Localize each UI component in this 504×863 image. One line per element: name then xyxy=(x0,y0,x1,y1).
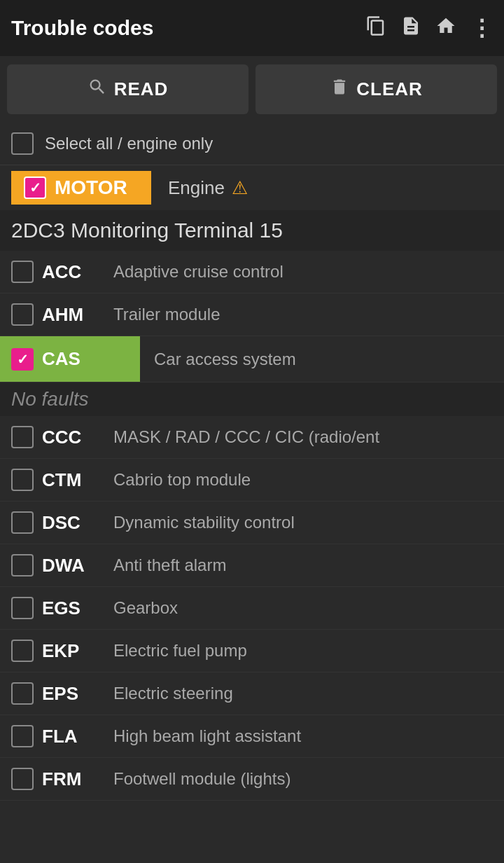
eps-description: Electric steering xyxy=(102,684,493,703)
copy-icon[interactable] xyxy=(365,15,386,41)
motor-module-header: MOTOR Engine ⚠ xyxy=(0,165,504,210)
dwa-checkbox[interactable] xyxy=(11,554,34,577)
acc-item[interactable]: ACC xyxy=(11,261,102,283)
list-item: CTM Cabrio top module xyxy=(0,459,504,502)
dsc-checkbox[interactable] xyxy=(11,511,34,534)
motor-desc-text: Engine xyxy=(168,177,225,199)
motor-checkbox[interactable] xyxy=(24,177,46,199)
read-button[interactable]: READ xyxy=(7,64,248,114)
eps-code: EPS xyxy=(42,683,78,705)
section-title: 2DC3 Monitoring Terminal 15 xyxy=(0,210,504,251)
cas-checkbox[interactable] xyxy=(11,348,34,371)
ekp-checkbox[interactable] xyxy=(11,640,34,662)
ctm-description: Cabrio top module xyxy=(102,470,493,490)
home-icon[interactable] xyxy=(435,15,456,41)
list-item: EKP Electric fuel pump xyxy=(0,630,504,672)
egs-checkbox[interactable] xyxy=(11,597,34,619)
acc-code: ACC xyxy=(42,261,81,283)
cas-code: CAS xyxy=(42,348,80,370)
fla-item[interactable]: FLA xyxy=(11,725,102,747)
list-item: EPS Electric steering xyxy=(0,672,504,715)
list-item: FRM Footwell module (lights) xyxy=(0,758,504,801)
eps-item[interactable]: EPS xyxy=(11,682,102,705)
motor-badge[interactable]: MOTOR xyxy=(11,171,151,205)
header-actions: ⋮ xyxy=(365,15,493,41)
motor-label: MOTOR xyxy=(55,177,127,199)
list-item: DWA Anti theft alarm xyxy=(0,544,504,587)
app-header: Trouble codes ⋮ xyxy=(0,0,504,56)
ahm-checkbox[interactable] xyxy=(11,303,34,326)
read-label: READ xyxy=(114,78,169,100)
dsc-code: DSC xyxy=(42,512,80,534)
cas-badge[interactable]: CAS xyxy=(0,336,140,382)
dwa-code: DWA xyxy=(42,555,85,577)
egs-code: EGS xyxy=(42,598,80,619)
ekp-item[interactable]: EKP xyxy=(11,640,102,662)
ctm-code: CTM xyxy=(42,469,81,491)
list-item: EGS Gearbox xyxy=(0,587,504,630)
ccc-code: CCC xyxy=(42,427,81,448)
select-all-checkbox[interactable] xyxy=(11,132,34,155)
no-faults-label: No faults xyxy=(0,382,504,416)
fla-code: FLA xyxy=(42,726,78,747)
ccc-description: MASK / RAD / CCC / CIC (radio/ent xyxy=(102,427,493,447)
delete-icon xyxy=(330,77,349,102)
dsc-description: Dynamic stability control xyxy=(102,513,493,532)
egs-item[interactable]: EGS xyxy=(11,597,102,619)
list-item: DSC Dynamic stability control xyxy=(0,502,504,544)
clear-button[interactable]: CLEAR xyxy=(255,64,497,114)
list-item: CCC MASK / RAD / CCC / CIC (radio/ent xyxy=(0,416,504,459)
list-item: AHM Trailer module xyxy=(0,294,504,336)
motor-description: Engine ⚠ xyxy=(151,177,248,199)
fla-description: High beam light assistant xyxy=(102,726,493,746)
search-icon xyxy=(88,77,107,102)
ahm-code: AHM xyxy=(42,304,83,326)
frm-item[interactable]: FRM xyxy=(11,768,102,790)
acc-checkbox[interactable] xyxy=(11,261,34,283)
fla-checkbox[interactable] xyxy=(11,725,34,747)
acc-description: Adaptive cruise control xyxy=(102,262,493,282)
ahm-description: Trailer module xyxy=(102,305,493,324)
dwa-item[interactable]: DWA xyxy=(11,554,102,577)
ctm-item[interactable]: CTM xyxy=(11,469,102,491)
eps-checkbox[interactable] xyxy=(11,682,34,705)
ccc-item[interactable]: CCC xyxy=(11,426,102,448)
dsc-item[interactable]: DSC xyxy=(11,511,102,534)
select-all-row[interactable]: Select all / engine only xyxy=(0,123,504,165)
cas-description: Car access system xyxy=(140,350,296,369)
toolbar: READ CLEAR xyxy=(0,56,504,123)
frm-checkbox[interactable] xyxy=(11,768,34,790)
select-all-label: Select all / engine only xyxy=(45,134,213,153)
ahm-item[interactable]: AHM xyxy=(11,303,102,326)
ctm-checkbox[interactable] xyxy=(11,469,34,491)
ekp-description: Electric fuel pump xyxy=(102,641,493,661)
cas-row: CAS Car access system xyxy=(0,336,504,382)
dwa-description: Anti theft alarm xyxy=(102,555,493,575)
more-options-icon[interactable]: ⋮ xyxy=(470,15,493,41)
file-icon[interactable] xyxy=(400,15,421,41)
frm-description: Footwell module (lights) xyxy=(102,769,493,789)
frm-code: FRM xyxy=(42,768,81,790)
egs-description: Gearbox xyxy=(102,598,493,618)
list-item: FLA High beam light assistant xyxy=(0,715,504,758)
warning-icon: ⚠ xyxy=(232,177,248,199)
ekp-code: EKP xyxy=(42,640,79,662)
page-title: Trouble codes xyxy=(11,16,365,40)
clear-label: CLEAR xyxy=(356,78,423,100)
list-item: ACC Adaptive cruise control xyxy=(0,251,504,294)
ccc-checkbox[interactable] xyxy=(11,426,34,448)
